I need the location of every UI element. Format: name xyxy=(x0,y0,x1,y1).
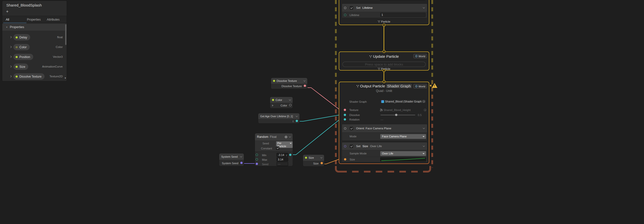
property-pill[interactable]: Dissolve Texture xyxy=(13,73,45,80)
chevron-down-icon[interactable] xyxy=(423,127,425,129)
seed-value-field[interactable]: — xyxy=(277,162,288,166)
context-output-particle[interactable]: Output Particle Shader Graph World Quad … xyxy=(339,82,429,164)
add-property-button[interactable]: + xyxy=(6,9,9,14)
flow-anchor-update-in[interactable] xyxy=(383,50,386,53)
warning-icon[interactable] xyxy=(432,83,437,88)
constant-checkbox[interactable] xyxy=(276,146,279,150)
block-set-size-over-life[interactable]: Set Size Over Life Sample Mode Over Life… xyxy=(342,142,427,162)
expand-icon[interactable] xyxy=(10,36,12,38)
expand-triangle-icon[interactable] xyxy=(272,104,274,106)
node-header[interactable]: Get Age Over Lifetime [0..1] xyxy=(258,113,299,119)
node-header[interactable]: Size xyxy=(303,155,324,161)
clipped-value-field[interactable]: 1 xyxy=(380,0,425,1)
chevron-down-icon[interactable] xyxy=(296,115,298,117)
block-orient-face-camera-plane[interactable]: Orient: Face Camera Plane Mode Face Came… xyxy=(342,124,427,141)
scroll-down-icon[interactable]: ▼ xyxy=(64,77,66,79)
input-port-max[interactable] xyxy=(256,158,258,160)
add-blocks-placeholder[interactable]: Press space to add blocks xyxy=(342,62,426,67)
context-update-particle[interactable]: Update Particle World Press space to add… xyxy=(339,51,429,71)
chevron-down-icon[interactable] xyxy=(423,6,425,8)
property-pill[interactable]: Delay xyxy=(13,34,30,40)
node-dissolve-texture[interactable]: Dissolve Texture Dissolve Texture xyxy=(271,78,308,89)
node-random-float[interactable]: Random Float Seed Per Particle Constant … xyxy=(255,133,293,166)
output-port-color[interactable] xyxy=(289,104,291,106)
chevron-down-icon[interactable] xyxy=(240,155,242,157)
flow-anchor-update-out[interactable] xyxy=(383,69,386,72)
scrollbar-thumb[interactable] xyxy=(65,24,66,45)
property-pill[interactable]: Position xyxy=(13,54,33,60)
size-curve-field[interactable] xyxy=(380,157,426,161)
object-picker-icon[interactable] xyxy=(423,100,425,103)
input-port-lifetime[interactable] xyxy=(344,14,346,16)
dissolve-slider-handle[interactable] xyxy=(395,114,397,116)
blackboard-panel[interactable]: Shared_BloodSplash + All Properties Attr… xyxy=(2,1,67,81)
property-row-color[interactable]: Color Color xyxy=(2,44,67,50)
property-row-delay[interactable]: Delay float xyxy=(2,34,67,41)
mode-dropdown[interactable]: Face Camera Plane xyxy=(380,134,426,139)
enabled-checkbox[interactable] xyxy=(350,145,353,148)
node-header[interactable]: Color xyxy=(270,97,293,103)
property-pill[interactable]: Color xyxy=(13,44,30,50)
input-port-min[interactable] xyxy=(256,154,258,156)
output-port-texture[interactable] xyxy=(304,85,306,87)
sample-mode-dropdown[interactable]: Over Life xyxy=(380,151,426,156)
node-color[interactable]: Color Color xyxy=(270,97,293,108)
block-port[interactable] xyxy=(344,127,346,130)
vfx-graph-canvas[interactable]: Shared_BloodSplash + All Properties Attr… xyxy=(0,0,644,224)
chevron-down-icon[interactable] xyxy=(320,156,322,158)
chevron-down-icon[interactable] xyxy=(289,98,291,100)
node-size[interactable]: Size Size xyxy=(303,154,324,166)
property-pill[interactable]: Size xyxy=(13,64,28,70)
node-system-seed[interactable]: System Seed System Seed xyxy=(219,153,244,166)
output-port-system-seed[interactable] xyxy=(240,162,243,164)
properties-section-header[interactable]: ▼Properties xyxy=(2,24,67,31)
enabled-checkbox[interactable] xyxy=(350,6,353,10)
input-port-seed[interactable] xyxy=(256,163,258,165)
tab-properties[interactable]: Properties xyxy=(27,18,41,21)
expand-icon[interactable] xyxy=(10,75,12,77)
chevron-down-icon[interactable] xyxy=(304,79,306,81)
input-port-size[interactable] xyxy=(344,158,346,160)
edge-age-to-dissolve[interactable] xyxy=(297,115,344,121)
node-header[interactable]: Random Float xyxy=(255,133,293,140)
node-get-age-over-lifetime[interactable]: Get Age Over Lifetime [0..1] t xyxy=(258,113,300,124)
gear-icon[interactable] xyxy=(284,135,288,139)
context-initialize-partial[interactable]: Size 1 Set Lifetime Lifetime 1 Particle xyxy=(339,0,429,25)
edge-dissolve-texture-to-texture[interactable] xyxy=(305,88,344,110)
block-port[interactable] xyxy=(344,145,346,147)
world-badge[interactable]: World xyxy=(413,54,427,58)
foldout-triangle-icon[interactable]: ▼ xyxy=(6,24,8,31)
tab-attributes[interactable]: Attributes xyxy=(47,18,60,21)
expand-icon[interactable] xyxy=(10,56,12,58)
input-port-dissolve[interactable] xyxy=(344,114,346,116)
chevron-down-icon[interactable] xyxy=(423,145,425,147)
input-port-rotation[interactable] xyxy=(344,118,346,121)
node-header[interactable]: Dissolve Texture xyxy=(271,78,307,84)
max-value-field[interactable]: 3.14 xyxy=(277,157,288,161)
dissolve-slider-track[interactable] xyxy=(381,115,415,115)
lifetime-value-field[interactable]: 1 xyxy=(380,13,426,17)
tab-all[interactable]: All xyxy=(6,18,9,21)
edge-random-to-rotation[interactable] xyxy=(291,119,344,155)
chevron-down-icon[interactable] xyxy=(289,135,291,137)
shader-graph-object-field[interactable]: Shared_Blood (Shader Graph Vfx A xyxy=(380,99,426,104)
shader-graph-chip[interactable]: Shader Graph xyxy=(386,84,412,88)
output-port-size[interactable] xyxy=(321,162,323,164)
node-header[interactable]: System Seed xyxy=(219,153,244,160)
object-picker-icon[interactable] xyxy=(424,109,426,111)
expand-icon[interactable] xyxy=(10,46,12,48)
flow-anchor-output-in[interactable] xyxy=(383,80,386,83)
world-badge[interactable]: World xyxy=(413,84,427,88)
expand-icon[interactable] xyxy=(10,66,12,68)
texture-object-field[interactable]: Shared_Blood_Height xyxy=(380,108,426,111)
block-port[interactable] xyxy=(344,7,346,9)
property-row-position[interactable]: Position Vector3 xyxy=(2,54,67,60)
output-port-t[interactable] xyxy=(296,120,298,122)
property-row-dissolve-texture[interactable]: Dissolve Texture Texture2D xyxy=(2,73,67,80)
input-port-texture[interactable] xyxy=(344,109,346,111)
property-row-size[interactable]: Size AnimationCurve xyxy=(2,64,67,70)
output-port-r[interactable] xyxy=(289,154,291,156)
block-set-lifetime[interactable]: Set Lifetime Lifetime 1 xyxy=(342,4,427,18)
flow-anchor-init-out[interactable] xyxy=(383,24,386,27)
enabled-checkbox[interactable] xyxy=(350,127,353,130)
